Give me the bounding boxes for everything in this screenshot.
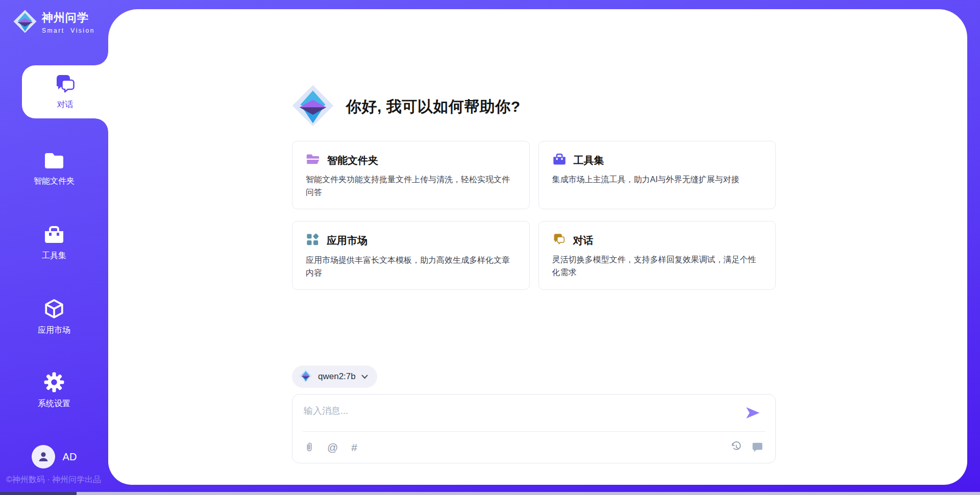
sidebar-item-folders[interactable]: 智能文件夹 — [0, 151, 108, 187]
card-toolset[interactable]: 工具集 集成市场上主流工具，助力AI与外界无缝扩展与对接 — [538, 141, 776, 209]
sidebar-item-appmarket[interactable]: 应用市场 — [0, 298, 108, 336]
window-bottom-edge — [0, 492, 980, 495]
user-profile[interactable]: AD — [0, 445, 108, 468]
card-app-market[interactable]: 应用市场 应用市场提供丰富长文本模板，助力高效生成多样化文章内容 — [292, 221, 530, 290]
apps-icon — [306, 233, 320, 249]
send-icon[interactable] — [745, 406, 761, 420]
brand-subtitle: Smart Vision — [42, 27, 95, 34]
message-input[interactable] — [292, 394, 775, 430]
assistant-logo-icon — [292, 84, 334, 129]
card-description: 集成市场上主流工具，助力AI与外界无缝扩展与对接 — [552, 173, 763, 186]
brand-name: 神州问学 — [42, 11, 89, 24]
sidebar-item-label: 工具集 — [0, 251, 108, 261]
input-toolbar: @ # — [292, 431, 775, 463]
avatar — [32, 445, 55, 468]
sidebar-item-chat[interactable]: 对话 — [22, 65, 108, 118]
chat-icon — [54, 73, 77, 97]
card-chat[interactable]: 对话 灵活切换多模型文件，支持多样回复效果调试，满足个性化需求 — [538, 221, 776, 290]
brand: 神州问学 Smart Vision — [13, 9, 108, 36]
sidebar-item-label: 应用市场 — [0, 325, 108, 336]
card-title: 工具集 — [574, 154, 604, 167]
card-title: 对话 — [573, 234, 594, 247]
app-window: 神州问学 Smart Vision 对话 智能文件夹 — [0, 0, 980, 495]
feature-cards: 智能文件夹 智能文件夹功能支持批量文件上传与清洗，轻松实现文件问答 工具集 — [292, 141, 776, 290]
card-description: 应用市场提供丰富长文本模板，助力高效生成多样化文章内容 — [306, 254, 516, 279]
sidebar-item-label: 系统设置 — [0, 399, 108, 409]
model-selector[interactable]: qwen2:7b — [292, 365, 377, 388]
toolbox-icon — [43, 225, 65, 247]
chat-icon — [552, 233, 566, 248]
chevron-down-icon — [361, 372, 368, 381]
card-smart-folders[interactable]: 智能文件夹 智能文件夹功能支持批量文件上传与清洗，轻松实现文件问答 — [292, 141, 530, 209]
sidebar-item-settings[interactable]: 系统设置 — [0, 372, 108, 409]
main-panel: 你好, 我可以如何帮助你? 智能文件夹 智能文件夹功能支持批量文件上 — [108, 9, 967, 485]
message-input-box: @ # — [292, 394, 776, 463]
history-icon[interactable] — [730, 441, 742, 453]
paperclip-icon[interactable] — [305, 441, 314, 453]
greeting: 你好, 我可以如何帮助你? — [292, 84, 521, 129]
greeting-title: 你好, 我可以如何帮助你? — [346, 96, 521, 117]
card-description: 灵活切换多模型文件，支持多样回复效果调试，满足个性化需求 — [552, 253, 763, 279]
sidebar-footer: ©神州数码 · 神州问学出品 — [6, 475, 101, 485]
card-title: 智能文件夹 — [327, 154, 378, 167]
sidebar: 神州问学 Smart Vision 对话 智能文件夹 — [0, 0, 108, 495]
sidebar-item-label: 对话 — [22, 100, 108, 110]
card-title: 应用市场 — [327, 234, 368, 247]
hash-icon[interactable]: # — [351, 442, 357, 453]
cube-icon — [43, 298, 65, 321]
sidebar-item-label: 智能文件夹 — [0, 176, 108, 187]
composer: qwen2:7b — [292, 365, 776, 463]
sidebar-item-toolset[interactable]: 工具集 — [0, 225, 108, 261]
brand-logo-icon — [13, 9, 37, 36]
model-name: qwen2:7b — [318, 372, 356, 382]
card-description: 智能文件夹功能支持批量文件上传与清洗，轻松实现文件问答 — [306, 173, 516, 199]
folder-icon — [43, 151, 65, 172]
model-logo-icon — [299, 369, 312, 385]
user-name: AD — [63, 451, 77, 463]
mention-icon[interactable]: @ — [327, 442, 338, 453]
chat-bubble-icon[interactable] — [752, 442, 763, 452]
gear-icon — [43, 372, 65, 395]
folder-open-icon — [306, 153, 320, 168]
briefcase-icon — [552, 153, 567, 168]
